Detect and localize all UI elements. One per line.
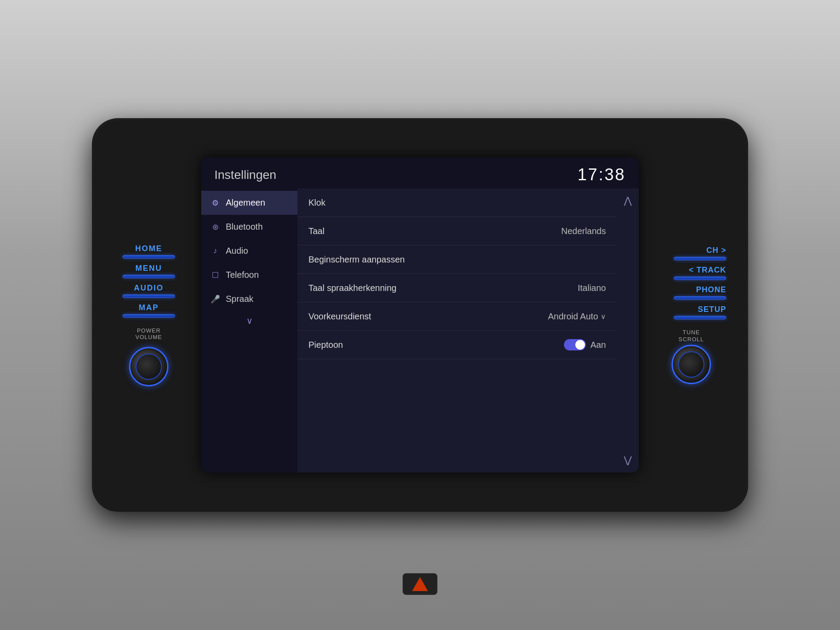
dropdown-arrow-icon: ∨ [601,312,606,321]
setting-voorkeursdienst-value: Android Auto ∨ [548,312,606,322]
setting-pieptoon[interactable]: Pieptoon Aan [298,331,617,359]
map-button-bar [122,314,175,318]
hazard-button[interactable] [402,573,438,595]
ch-next-button[interactable]: CH > [656,246,726,260]
pieptoon-toggle[interactable] [564,339,586,350]
setting-spraakherkenning-value: Italiano [578,283,606,293]
hazard-triangle-icon [412,577,428,591]
audio-button[interactable]: AUDIO [122,284,175,298]
screen-content: ⚙ Algemeen ⊛ Bluetooth ♪ Audio ☐ Telefoo… [201,189,639,472]
left-controls: HOME MENU AUDIO MAP POWER VOLUME [114,244,184,386]
setup-button[interactable]: SETUP [656,305,726,319]
power-volume-knob[interactable] [129,347,168,386]
right-controls: CH > < TRACK PHONE SETUP TUNE SCROLL [656,246,726,384]
menu-item-telefoon-label: Telefoon [226,270,289,280]
setting-spraakherkenning[interactable]: Taal spraakherkenning Italiano [298,274,617,302]
setting-klok-label: Klok [308,198,606,208]
infotainment-screen: Instellingen 17:38 ⚙ Algemeen ⊛ Bluetoot… [201,158,639,472]
menu-item-bluetooth-label: Bluetooth [226,222,289,232]
tune-scroll-label: TUNE SCROLL [679,329,704,343]
tune-scroll-knob-inner [678,351,704,378]
pieptoon-toggle-knob [575,340,585,350]
car-panel: HOME MENU AUDIO MAP POWER VOLUME [0,0,840,630]
setting-voorkeursdienst[interactable]: Voorkeursdienst Android Auto ∨ [298,302,617,331]
setting-pieptoon-toggle-container: Aan [564,339,606,350]
menu-button[interactable]: MENU [122,264,175,278]
setting-taal-label: Taal [308,226,561,236]
setting-taal-value: Nederlands [561,226,606,236]
track-prev-bar [674,276,726,280]
gear-icon: ⚙ [210,198,220,208]
ch-next-bar [674,257,726,260]
menu-item-spraak-label: Spraak [226,294,289,304]
setting-spraakherkenning-label: Taal spraakherkenning [308,283,578,293]
dashboard: HOME MENU AUDIO MAP POWER VOLUME [92,118,748,512]
power-volume-label: POWER VOLUME [136,327,162,340]
phone-icon: ☐ [210,270,220,280]
menu-button-bar [122,275,175,278]
bluetooth-icon: ⊛ [210,222,220,232]
audio-button-bar [122,294,175,298]
home-button-bar [122,255,175,259]
screen-header: Instellingen 17:38 [201,158,639,189]
screen-title: Instellingen [214,168,276,182]
phone-button[interactable]: PHONE [656,285,726,300]
tune-scroll-section: TUNE SCROLL [672,329,711,384]
scroll-up-button[interactable]: ⋀ [621,195,634,206]
setting-voorkeursdienst-label: Voorkeursdienst [308,312,548,322]
setting-pieptoon-label: Pieptoon [308,340,564,350]
menu-item-algemeen[interactable]: ⚙ Algemeen [201,191,298,215]
setting-klok[interactable]: Klok [298,189,617,217]
screen-time: 17:38 [578,165,626,184]
menu-item-spraak[interactable]: 🎤 Spraak [201,287,298,311]
scroll-controls: ⋀ ⋁ [617,189,639,472]
menu-more-button[interactable]: ∨ [201,311,298,330]
setting-beginscherm[interactable]: Beginscherm aanpassen [298,245,617,274]
menu-item-audio[interactable]: ♪ Audio [201,239,298,263]
bottom-area [402,573,438,595]
power-volume-knob-inner [136,354,162,380]
menu-item-algemeen-label: Algemeen [226,198,289,208]
music-icon: ♪ [210,246,220,256]
settings-panel: Klok Taal Nederlands Beginscherm aanpass… [298,189,617,472]
tune-scroll-knob[interactable] [672,345,711,384]
menu-sidebar: ⚙ Algemeen ⊛ Bluetooth ♪ Audio ☐ Telefoo… [201,189,298,472]
power-volume-section: POWER VOLUME [129,327,168,386]
voice-icon: 🎤 [210,294,220,304]
scroll-down-button[interactable]: ⋁ [621,455,634,466]
track-prev-button[interactable]: < TRACK [656,266,726,280]
setup-bar [674,316,726,319]
setting-pieptoon-value: Aan [590,340,606,350]
menu-item-bluetooth[interactable]: ⊛ Bluetooth [201,215,298,239]
menu-item-telefoon[interactable]: ☐ Telefoon [201,263,298,287]
setting-taal[interactable]: Taal Nederlands [298,217,617,245]
map-button[interactable]: MAP [122,303,175,318]
menu-item-audio-label: Audio [226,246,289,256]
setting-beginscherm-label: Beginscherm aanpassen [308,255,606,265]
phone-bar [674,296,726,300]
home-button[interactable]: HOME [122,244,175,259]
